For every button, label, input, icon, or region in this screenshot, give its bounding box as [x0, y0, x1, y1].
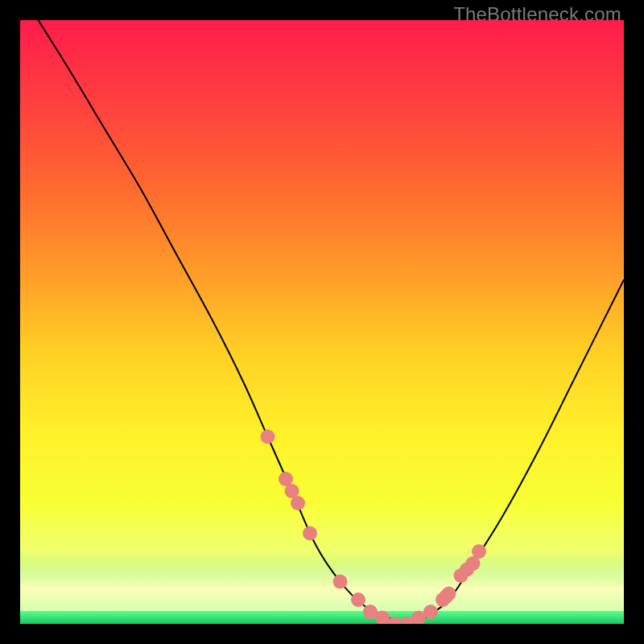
marker-dot	[291, 496, 305, 510]
marker-dot	[303, 526, 317, 541]
marker-dot	[261, 430, 275, 444]
marker-dot	[351, 592, 365, 607]
bottleneck-curve	[39, 20, 625, 624]
marker-dot	[333, 575, 348, 589]
plot-area	[20, 20, 624, 624]
curve-svg	[20, 20, 624, 624]
marker-group	[261, 430, 487, 625]
marker-dot	[472, 544, 486, 559]
chart-stage: TheBottleneck.com	[0, 0, 644, 644]
marker-dot	[442, 587, 456, 601]
marker-dot	[423, 605, 438, 619]
